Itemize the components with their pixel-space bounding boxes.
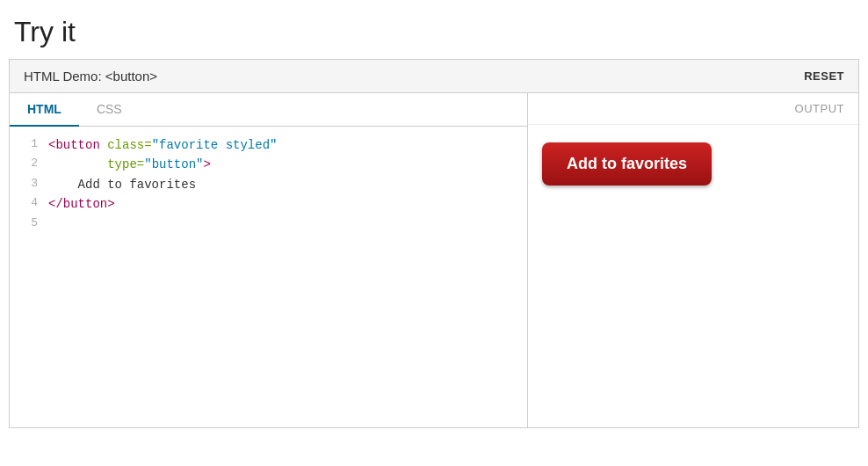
- code-line: 4 </button>: [10, 194, 527, 214]
- code-line: 1 <button class="favorite styled": [10, 135, 527, 155]
- add-to-favorites-button[interactable]: Add to favorites: [542, 142, 712, 186]
- code-content: <button class="favorite styled": [48, 135, 277, 155]
- tab-html[interactable]: HTML: [10, 93, 79, 127]
- output-content: Add to favorites: [528, 125, 858, 427]
- line-number: 2: [17, 155, 38, 173]
- tabs-row: HTML CSS: [10, 93, 527, 127]
- reset-button[interactable]: RESET: [804, 69, 844, 83]
- line-number: 3: [17, 175, 38, 193]
- line-number: 1: [17, 135, 38, 154]
- code-line: 2 type="button">: [10, 155, 527, 174]
- output-panel: OUTPUT Add to favorites: [528, 93, 858, 427]
- page-title: Try it: [0, 0, 868, 59]
- demo-body: HTML CSS 1 <button class="favorite style…: [10, 93, 858, 427]
- line-number: 5: [17, 215, 38, 233]
- output-label: OUTPUT: [528, 93, 858, 125]
- code-content: type="button">: [48, 155, 211, 174]
- code-content: Add to favorites: [48, 175, 196, 194]
- demo-container: HTML Demo: <button> RESET HTML CSS 1 <bu…: [9, 59, 859, 428]
- demo-header-title: HTML Demo: <button>: [24, 69, 157, 84]
- editor-panel: HTML CSS 1 <button class="favorite style…: [10, 93, 528, 427]
- tab-css[interactable]: CSS: [79, 93, 140, 127]
- code-line: 3 Add to favorites: [10, 175, 527, 194]
- demo-header: HTML Demo: <button> RESET: [10, 60, 858, 93]
- code-content: </button>: [48, 194, 115, 214]
- code-line: 5: [10, 215, 527, 233]
- line-number: 4: [17, 194, 38, 213]
- code-area: 1 <button class="favorite styled" 2 type…: [10, 127, 527, 427]
